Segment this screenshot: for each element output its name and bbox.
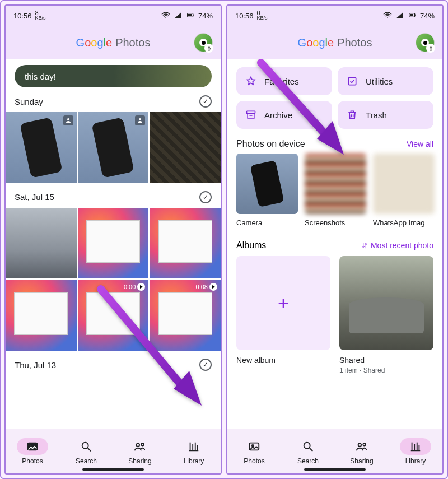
svg-point-30: [304, 442, 310, 448]
svg-line-12: [88, 448, 91, 451]
app-title: Google Photos: [298, 36, 372, 49]
status-net-speed: 8 KB/s: [35, 11, 46, 21]
sharing-icon: [356, 440, 368, 453]
svg-point-14: [141, 443, 144, 446]
status-time: 10:56: [13, 12, 32, 20]
library-content[interactable]: Favorites Utilities Archive Trash Photos…: [227, 59, 442, 429]
chip-favorites[interactable]: Favorites: [236, 67, 332, 95]
photo-thumbnail[interactable]: [150, 112, 221, 183]
sync-off-badge-icon: ⟠: [426, 44, 435, 53]
wifi-icon: [161, 11, 170, 21]
account-avatar[interactable]: ⟠: [194, 33, 213, 52]
search-icon: [80, 440, 92, 453]
svg-rect-23: [415, 14, 416, 16]
bottom-nav: Photos Search Sharing Library: [227, 429, 442, 473]
section-albums: Albums: [236, 240, 266, 250]
account-avatar[interactable]: ⟠: [416, 33, 435, 52]
svg-point-5: [139, 118, 141, 120]
section-photos-on-device: Photos on device View all: [227, 131, 442, 154]
battery-icon: [186, 11, 195, 21]
select-day-icon[interactable]: ✓: [199, 95, 212, 108]
plus-icon: +: [236, 256, 330, 350]
archive-icon: [245, 109, 256, 120]
svg-rect-3: [193, 14, 194, 16]
nav-search[interactable]: Search: [292, 438, 324, 465]
chip-utilities[interactable]: Utilities: [338, 67, 433, 95]
svg-point-11: [82, 442, 88, 448]
status-bar: 10:56 0 KB/s 74%: [227, 6, 442, 26]
svg-point-13: [137, 443, 140, 447]
album-shared[interactable]: Shared 1 item · Shared: [339, 256, 433, 374]
nav-library[interactable]: Library: [178, 438, 209, 465]
trash-icon: [347, 109, 358, 120]
status-bar: 10:56 8 KB/s 74%: [6, 6, 221, 26]
person-badge-icon: [63, 115, 73, 125]
nav-search[interactable]: Search: [71, 438, 102, 465]
select-day-icon[interactable]: ✓: [199, 191, 212, 203]
search-icon: [302, 440, 314, 453]
memory-card[interactable]: this day!: [15, 65, 212, 87]
device-folder-screenshots[interactable]: Screenshots: [305, 154, 366, 227]
battery-icon: [408, 11, 417, 21]
photo-feed[interactable]: this day! Sunday ✓ Sat, Jul 15 ✓: [6, 59, 221, 429]
album-new[interactable]: + New album: [236, 256, 330, 374]
battery-percent: 74%: [420, 12, 435, 20]
photo-thumbnail[interactable]: [6, 280, 77, 351]
photo-thumbnail[interactable]: [150, 208, 221, 279]
signal-icon: [395, 11, 404, 21]
day-header-thu: Thu, Jul 13 ✓: [6, 351, 221, 375]
signal-icon: [174, 11, 183, 21]
nav-sharing[interactable]: Sharing: [346, 438, 377, 465]
status-net-speed: 0 KB/s: [257, 11, 268, 21]
device-folders-row[interactable]: Camera Screenshots WhatsApp Imag: [227, 154, 442, 230]
photo-thumbnail[interactable]: [6, 208, 77, 279]
day-header-sat: Sat, Jul 15 ✓: [6, 183, 221, 208]
svg-point-32: [358, 443, 362, 447]
star-icon: [245, 76, 256, 87]
sort-icon: [361, 241, 368, 249]
svg-point-10: [30, 444, 32, 446]
nav-photos[interactable]: Photos: [239, 438, 270, 465]
phone-library-screen: 10:56 0 KB/s 74% Google Photos: [226, 4, 444, 475]
gesture-bar[interactable]: [82, 468, 144, 471]
video-thumbnail[interactable]: 0:08: [150, 280, 221, 351]
device-folder-camera[interactable]: Camera: [236, 154, 298, 227]
svg-rect-22: [410, 14, 413, 16]
nav-photos[interactable]: Photos: [17, 438, 48, 465]
device-folder-whatsapp[interactable]: WhatsApp Imag: [373, 154, 435, 227]
chip-archive[interactable]: Archive: [236, 101, 332, 129]
sync-off-badge-icon: ⟠: [204, 44, 213, 53]
nav-sharing[interactable]: Sharing: [124, 438, 156, 465]
battery-percent: 74%: [198, 12, 213, 20]
person-badge-icon: [135, 115, 145, 125]
svg-marker-7: [174, 378, 195, 400]
nav-library[interactable]: Library: [400, 438, 431, 465]
utilities-icon: [347, 76, 358, 87]
phone-photos-screen: 10:56 8 KB/s 74% Google Photos: [4, 4, 222, 475]
library-icon: [409, 440, 422, 453]
app-header: Google Photos ⟠: [6, 26, 221, 59]
library-icon: [188, 440, 200, 453]
photo-thumbnail[interactable]: [78, 208, 149, 279]
photos-icon: [248, 440, 260, 453]
svg-rect-25: [247, 111, 255, 113]
wifi-icon: [383, 11, 392, 21]
photo-thumbnail[interactable]: [78, 112, 149, 183]
video-thumbnail[interactable]: 0:00: [78, 280, 149, 351]
select-day-icon[interactable]: ✓: [199, 359, 212, 371]
photos-icon: [26, 440, 39, 453]
svg-point-33: [363, 443, 366, 446]
view-all-link[interactable]: View all: [407, 139, 433, 148]
svg-rect-24: [348, 77, 356, 85]
svg-marker-8: [174, 371, 202, 406]
svg-point-29: [252, 444, 254, 446]
sharing-icon: [134, 440, 146, 453]
gesture-bar[interactable]: [304, 468, 366, 471]
app-title: Google Photos: [76, 36, 151, 49]
svg-rect-2: [188, 14, 192, 16]
play-icon: [209, 283, 217, 291]
chip-trash[interactable]: Trash: [338, 101, 433, 129]
day-header-sunday: Sunday ✓: [6, 87, 221, 112]
photo-thumbnail[interactable]: [6, 112, 77, 183]
sort-albums-button[interactable]: Most recent photo: [361, 241, 433, 250]
